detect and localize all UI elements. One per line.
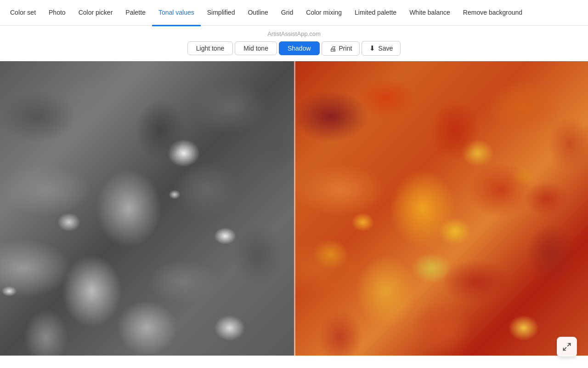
nav-item-remove-background[interactable]: Remove background: [457, 0, 529, 26]
print-button[interactable]: 🖨Print: [322, 41, 360, 56]
grayscale-overlay: [0, 61, 294, 356]
image-area: [0, 61, 588, 356]
save-button[interactable]: ⬇Save: [362, 41, 401, 56]
save-icon: ⬇: [369, 44, 375, 52]
grayscale-image: [0, 61, 294, 356]
nav-item-white-balance[interactable]: White balance: [403, 0, 457, 26]
fullscreen-icon: [562, 342, 571, 351]
nav-item-color-picker[interactable]: Color picker: [72, 0, 119, 26]
nav-item-simplified[interactable]: Simplified: [201, 0, 242, 26]
nav-item-grid[interactable]: Grid: [275, 0, 300, 26]
tone-button-shadow[interactable]: Shadow: [279, 41, 320, 55]
nav-item-tonal-values[interactable]: Tonal values: [152, 0, 201, 26]
nav-item-color-set[interactable]: Color set: [4, 0, 42, 26]
nav-item-palette[interactable]: Palette: [119, 0, 152, 26]
color-overlay: [294, 61, 588, 356]
nav-item-outline[interactable]: Outline: [241, 0, 274, 26]
bottom-area: [0, 356, 588, 365]
tone-button-mid-tone[interactable]: Mid tone: [235, 41, 277, 55]
top-navigation: Color setPhotoColor pickerPaletteTonal v…: [0, 0, 588, 26]
tone-button-light-tone[interactable]: Light tone: [187, 41, 233, 55]
fullscreen-button[interactable]: [557, 337, 577, 357]
save-label: Save: [378, 45, 393, 52]
svg-line-1: [564, 348, 566, 351]
svg-line-0: [568, 344, 571, 346]
print-icon: 🖨: [329, 45, 336, 52]
tone-controls: Light toneMid toneShadow🖨Print⬇Save: [0, 41, 588, 61]
nav-item-photo[interactable]: Photo: [42, 0, 72, 26]
color-image: [294, 61, 588, 356]
nav-item-color-mixing[interactable]: Color mixing: [300, 0, 348, 26]
print-label: Print: [339, 45, 352, 52]
image-divider: [294, 61, 295, 356]
app-subtitle: ArtistAssistApp.com: [0, 26, 588, 41]
nav-item-limited-palette[interactable]: Limited palette: [348, 0, 403, 26]
